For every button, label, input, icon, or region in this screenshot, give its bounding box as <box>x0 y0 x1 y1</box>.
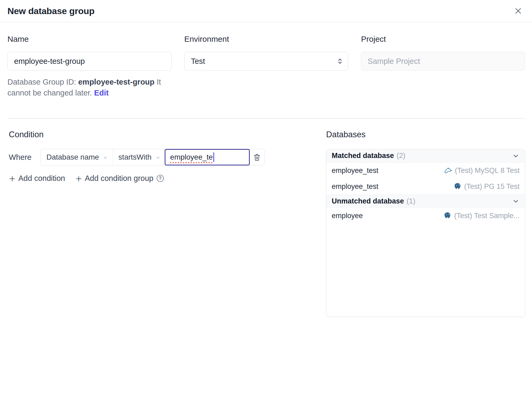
matched-database-label: Matched database <box>332 152 394 160</box>
matched-database-count: (2) <box>397 152 405 160</box>
form-section: Name Database Group ID: employee-test-gr… <box>0 22 532 106</box>
project-field-group: Project Sample Project <box>361 35 525 106</box>
help-icon[interactable]: ? <box>157 175 164 182</box>
add-condition-label: Add condition <box>18 174 65 183</box>
name-label: Name <box>7 35 172 44</box>
environment-select[interactable]: Test <box>184 52 348 70</box>
condition-operator-dropdown[interactable]: startsWith <box>112 149 165 165</box>
edit-id-link[interactable]: Edit <box>94 89 109 97</box>
database-name: employee_test <box>332 182 379 191</box>
condition-section: Condition Where Database name startsWith <box>9 130 326 317</box>
condition-value-input[interactable]: employee_te <box>165 149 250 165</box>
mysql-icon <box>444 166 452 175</box>
add-condition-group-label: Add condition group <box>85 174 153 183</box>
environment-selected-value: Test <box>191 57 205 66</box>
database-instance-label: (Test) PG 15 Test <box>464 182 519 191</box>
help-glyph: ? <box>159 176 162 181</box>
delete-condition-button[interactable] <box>250 149 264 165</box>
postgresql-icon <box>443 212 451 220</box>
name-input[interactable] <box>7 52 172 70</box>
condition-row: Where Database name startsWith <box>9 149 326 165</box>
chevron-down-icon <box>103 155 108 160</box>
condition-actions: Add condition Add condition group ? <box>9 174 326 183</box>
condition-expression-group: Database name startsWith <box>40 149 264 165</box>
close-button[interactable] <box>512 5 524 17</box>
database-instance: (Test) MySQL 8 Test <box>444 166 519 175</box>
database-instance: (Test) Test Sample... <box>443 212 519 220</box>
database-name: employee_test <box>332 167 379 175</box>
database-row: employee_test (Test) PG 15 Test <box>326 178 525 194</box>
database-row: employee (Test) Test Sample... <box>326 208 525 224</box>
database-instance-label: (Test) Test Sample... <box>454 212 519 220</box>
where-label: Where <box>9 153 31 162</box>
condition-factor-dropdown[interactable]: Database name <box>40 149 112 165</box>
unmatched-database-header[interactable]: Unmatched database (1) <box>326 194 525 208</box>
select-updown-icon <box>336 57 344 65</box>
chevron-down-icon <box>512 152 519 160</box>
trash-icon <box>253 153 261 161</box>
databases-heading: Databases <box>326 130 525 139</box>
condition-factor-value: Database name <box>46 153 99 161</box>
project-input-disabled: Sample Project <box>361 52 525 70</box>
plus-icon <box>75 175 82 182</box>
group-id-note: Database Group ID: employee-test-group I… <box>7 77 172 98</box>
text-caret <box>213 152 214 162</box>
database-row: employee_test (Test) MySQL 8 Test <box>326 163 525 178</box>
condition-heading: Condition <box>9 130 326 139</box>
database-instance: (Test) PG 15 Test <box>454 182 519 191</box>
dialog-header: New database group <box>0 0 532 22</box>
close-icon <box>514 6 523 15</box>
database-instance-label: (Test) MySQL 8 Test <box>455 167 519 175</box>
add-condition-button[interactable]: Add condition <box>9 174 65 183</box>
databases-section: Databases Matched database (2) employee_… <box>326 130 525 317</box>
database-name: employee <box>332 212 363 220</box>
databases-panel: Matched database (2) employee_test <box>326 149 525 317</box>
page-title: New database group <box>7 6 94 16</box>
group-id-value: employee-test-group <box>78 78 155 86</box>
plus-icon <box>9 175 16 182</box>
group-id-prefix: Database Group ID: <box>7 78 76 86</box>
project-value: Sample Project <box>368 57 420 66</box>
chevron-down-icon <box>155 155 161 160</box>
unmatched-database-count: (1) <box>407 197 415 205</box>
unmatched-database-label: Unmatched database <box>332 197 404 205</box>
postgresql-icon <box>454 182 462 190</box>
add-condition-group-button[interactable]: Add condition group <box>75 174 153 183</box>
condition-operator-value: startsWith <box>118 153 151 161</box>
chevron-down-icon <box>512 197 519 205</box>
environment-field-group: Environment Test <box>184 35 348 106</box>
condition-value-text: employee_te <box>170 153 213 161</box>
name-field-group: Name Database Group ID: employee-test-gr… <box>7 35 172 106</box>
matched-database-header[interactable]: Matched database (2) <box>326 149 525 163</box>
environment-label: Environment <box>184 35 348 44</box>
project-label: Project <box>361 35 525 44</box>
